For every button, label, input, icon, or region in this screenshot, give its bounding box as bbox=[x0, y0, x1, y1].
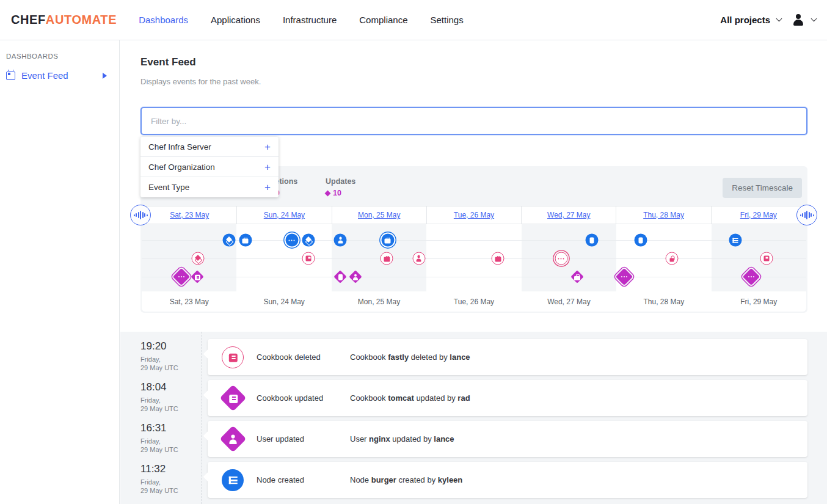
event-card[interactable]: User updated User nginx updated by lance bbox=[208, 421, 807, 457]
book-icon bbox=[763, 255, 770, 262]
logo-chef: CHEF bbox=[11, 13, 46, 26]
user-avatar-icon[interactable] bbox=[792, 14, 805, 26]
delete-event-marker[interactable] bbox=[412, 252, 425, 265]
plus-icon[interactable]: + bbox=[264, 162, 271, 172]
updates-diamond-icon bbox=[325, 190, 331, 196]
briefcase-icon bbox=[383, 255, 390, 262]
nav-item-infrastructure[interactable]: Infrastructure bbox=[283, 15, 337, 25]
create-event-marker[interactable] bbox=[302, 234, 315, 247]
event-card[interactable]: Node created Node burger created by kyle… bbox=[208, 462, 807, 498]
update-event-marker[interactable] bbox=[173, 268, 190, 285]
top-navigation: CHEFAUTOMATE Dashboards Applications Inf… bbox=[0, 0, 827, 40]
update-event-marker[interactable] bbox=[743, 268, 760, 285]
logo-automate: AUTOMATE bbox=[46, 13, 117, 26]
projects-dropdown[interactable]: All projects bbox=[720, 15, 770, 25]
create-event-marker[interactable] bbox=[222, 234, 235, 247]
update-event-marker[interactable] bbox=[616, 268, 633, 285]
update-event-icon bbox=[220, 426, 247, 453]
update-event-marker[interactable] bbox=[570, 270, 583, 283]
create-event-marker[interactable] bbox=[585, 234, 598, 247]
day-header-fri[interactable]: Fri, 29 May bbox=[711, 206, 806, 224]
delete-event-marker[interactable] bbox=[302, 252, 315, 265]
ellipsis-icon bbox=[748, 273, 755, 280]
sidebar-item-event-feed[interactable]: Event Feed bbox=[6, 70, 113, 81]
person-icon bbox=[415, 255, 423, 262]
event-timestamp: 18:04 Friday,29 May UTC bbox=[120, 380, 208, 416]
day-header-sat[interactable]: Sat, 23 May bbox=[142, 206, 237, 224]
event-row: 16:31 Friday,29 May UTC User updated Use… bbox=[120, 421, 827, 457]
nav-item-applications[interactable]: Applications bbox=[211, 15, 260, 25]
event-description: Cookbook tomcat updated by rad bbox=[350, 393, 470, 403]
chevron-down-icon[interactable] bbox=[811, 16, 817, 22]
create-event-marker[interactable] bbox=[635, 234, 647, 247]
sidebar-item-label: Event Feed bbox=[21, 70, 68, 81]
delete-event-marker[interactable] bbox=[492, 252, 505, 265]
day-footer-tue: Tue, 26 May bbox=[426, 291, 521, 312]
day-footer-sun: Sun, 24 May bbox=[236, 291, 331, 312]
main-content: Event Feed Displays events for the past … bbox=[120, 40, 827, 504]
delete-event-marker[interactable] bbox=[760, 252, 773, 265]
day-header-thu[interactable]: Thu, 28 May bbox=[616, 206, 711, 224]
delete-event-marker[interactable] bbox=[192, 252, 205, 265]
timescale-handle-right[interactable] bbox=[796, 205, 817, 225]
create-event-marker[interactable] bbox=[239, 234, 252, 247]
day-footer-sat: Sat, 23 May bbox=[142, 291, 236, 312]
nav-item-dashboards[interactable]: Dashboards bbox=[139, 15, 188, 25]
event-type-label: Node created bbox=[257, 475, 304, 484]
chef-automate-logo[interactable]: CHEFAUTOMATE bbox=[11, 13, 117, 27]
day-footer-thu: Thu, 28 May bbox=[616, 291, 711, 312]
chevron-down-icon[interactable] bbox=[776, 16, 782, 22]
create-event-marker[interactable] bbox=[285, 234, 298, 247]
delete-event-marker[interactable] bbox=[555, 252, 567, 265]
filter-dropdown-menu: Chef Infra Server + Chef Organization + … bbox=[140, 137, 279, 197]
plus-icon[interactable]: + bbox=[264, 142, 271, 152]
nav-item-compliance[interactable]: Compliance bbox=[359, 15, 407, 25]
calendar-icon bbox=[6, 71, 15, 80]
event-description: User nginx updated by lance bbox=[350, 434, 454, 444]
filter-input[interactable] bbox=[140, 107, 807, 135]
event-row: 19:20 Friday,29 May UTC Cookbook deleted… bbox=[120, 339, 827, 375]
nav-item-settings[interactable]: Settings bbox=[431, 15, 464, 25]
lock-icon bbox=[668, 255, 676, 262]
event-card[interactable]: Cookbook updated Cookbook tomcat updated… bbox=[208, 380, 807, 416]
event-type-label: Cookbook deleted bbox=[257, 352, 321, 362]
update-event-marker[interactable] bbox=[349, 270, 362, 283]
event-timestamp: 19:20 Friday,29 May UTC bbox=[120, 339, 208, 375]
menu-item-chef-infra-server[interactable]: Chef Infra Server + bbox=[140, 137, 279, 157]
file-icon bbox=[637, 236, 644, 244]
ellipsis-icon bbox=[621, 273, 628, 280]
main-nav: Dashboards Applications Infrastructure C… bbox=[139, 15, 464, 25]
reset-timescale-button[interactable]: Reset Timescale bbox=[723, 178, 802, 198]
event-description: Node burger created by kyleen bbox=[350, 475, 462, 484]
event-row: 18:04 Friday,29 May UTC Cookbook updated… bbox=[120, 380, 827, 416]
day-header-tue[interactable]: Tue, 26 May bbox=[426, 206, 522, 224]
day-footer-fri: Fri, 29 May bbox=[712, 291, 806, 312]
event-description: Cookbook fastly deleted by lance bbox=[350, 352, 470, 362]
nav-right: All projects bbox=[720, 14, 816, 26]
event-timestamp: 16:31 Friday,29 May UTC bbox=[120, 421, 208, 457]
sidebar-heading: DASHBOARDS bbox=[6, 53, 113, 60]
timescale-handle-left[interactable] bbox=[130, 205, 151, 225]
menu-item-chef-organization[interactable]: Chef Organization + bbox=[140, 157, 279, 177]
ellipsis-icon bbox=[288, 236, 296, 244]
update-event-marker[interactable] bbox=[191, 270, 204, 283]
ellipsis-icon bbox=[558, 255, 565, 262]
event-timestamp: 11:32 Friday,29 May UTC bbox=[120, 462, 208, 498]
update-event-marker[interactable] bbox=[334, 270, 347, 283]
create-event-marker[interactable] bbox=[334, 234, 347, 247]
plus-icon[interactable]: + bbox=[264, 182, 271, 192]
day-header-mon[interactable]: Mon, 25 May bbox=[332, 206, 427, 224]
delete-event-icon bbox=[222, 346, 244, 368]
day-header-sun[interactable]: Sun, 24 May bbox=[236, 206, 332, 224]
day-footer-wed: Wed, 27 May bbox=[522, 291, 616, 312]
create-event-marker[interactable] bbox=[381, 234, 394, 247]
menu-item-event-type[interactable]: Event Type + bbox=[140, 177, 279, 197]
event-marker-layer bbox=[142, 224, 806, 291]
day-header-wed[interactable]: Wed, 27 May bbox=[521, 206, 616, 224]
event-card[interactable]: Cookbook deleted Cookbook fastly deleted… bbox=[208, 339, 807, 375]
ellipsis-icon bbox=[178, 273, 185, 280]
delete-event-marker[interactable] bbox=[666, 252, 679, 265]
delete-event-marker[interactable] bbox=[381, 252, 393, 265]
file-icon bbox=[337, 273, 344, 280]
create-event-marker[interactable] bbox=[729, 234, 741, 247]
